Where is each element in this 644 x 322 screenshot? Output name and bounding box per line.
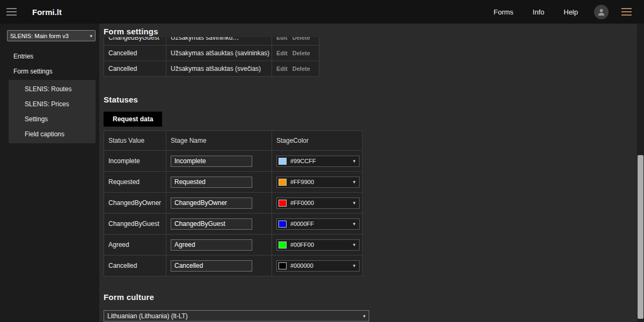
chevron-down-icon: ▾	[90, 33, 92, 39]
sidebar: SLENIS: Main form v3 ▾ Entries Form sett…	[0, 24, 99, 322]
form-culture-select[interactable]: Lithuanian (Lithuania) (lt-LT) ▾	[104, 310, 369, 321]
edit-link[interactable]: Edit	[276, 50, 288, 56]
chevron-down-icon: ▾	[349, 179, 359, 185]
topbar: Formi.lt Forms Info Help	[0, 0, 644, 24]
form-culture-value: Lithuanian (Lithuania) (lt-LT)	[107, 312, 188, 320]
app-title[interactable]: Formi.lt	[32, 8, 62, 17]
statuses-table: Status Value Stage Name StageColor Incom…	[104, 130, 363, 276]
delete-link[interactable]: Delete	[292, 50, 310, 56]
description-cell: Užsakymas savininku…	[166, 37, 272, 45]
stage-color-select[interactable]: #99CCFF ▾	[276, 156, 360, 167]
color-hex-label: #FF9900	[290, 179, 314, 185]
form-select[interactable]: SLENIS: Main form v3 ▾	[7, 30, 96, 41]
stage-color-select[interactable]: #0000FF ▾	[276, 218, 360, 230]
app-window: Formi.lt Forms Info Help SLENIS: Main fo…	[0, 0, 644, 322]
description-cell: Užsakymas atšauktas (savininkas)	[166, 46, 272, 61]
delete-link[interactable]: Delete	[292, 37, 310, 41]
table-header-row: Status Value Stage Name StageColor	[104, 131, 362, 150]
table-row: ChangedByGuest #0000FF ▾	[104, 213, 362, 234]
status-cell: Cancelled	[104, 61, 166, 76]
main-content: Form settings ChangedByGuest Užsakymas s…	[99, 24, 644, 322]
stage-name-input[interactable]	[171, 197, 252, 209]
status-value-label: ChangedByGuest	[104, 214, 166, 234]
sidebar-item-field-captions[interactable]: Field captions	[9, 127, 96, 142]
color-swatch	[279, 262, 287, 269]
secondary-menu-icon[interactable]	[621, 6, 634, 18]
actions-cell: Edit Delete	[272, 46, 319, 61]
sidebar-item-entries[interactable]: Entries	[0, 49, 99, 64]
status-value-label: Cancelled	[104, 255, 166, 276]
stage-name-input[interactable]	[171, 156, 252, 167]
actions-cell: Edit Delete	[272, 61, 319, 76]
stage-color-select[interactable]: #FF0000 ▾	[276, 197, 360, 209]
section-title-statuses: Statuses	[104, 95, 644, 104]
stage-name-input[interactable]	[171, 218, 252, 230]
table-row: Agreed #00FF00 ▾	[104, 234, 362, 255]
sidebar-item-form-settings[interactable]: Form settings	[0, 64, 99, 79]
chevron-down-icon: ▾	[349, 158, 359, 164]
sidebar-subpanel: SLENIS: Routes SLENIS: Prices Settings F…	[9, 80, 96, 143]
hamburger-menu-icon[interactable]	[6, 4, 19, 20]
color-hex-label: #FF0000	[290, 200, 314, 206]
description-cell: Užsakymas atšauktas (svečias)	[166, 61, 272, 76]
color-hex-label: #000000	[290, 262, 313, 269]
color-swatch	[279, 158, 287, 165]
chevron-down-icon: ▾	[349, 200, 359, 206]
top-navigation: Forms Info Help	[474, 8, 578, 16]
page-title-form-settings: Form settings	[104, 27, 644, 36]
chevron-down-icon: ▾	[349, 263, 359, 268]
color-hex-label: #0000FF	[290, 221, 314, 227]
table-row: Cancelled #000000 ▾	[104, 255, 362, 276]
person-icon	[597, 8, 606, 17]
chevron-down-icon: ▾	[363, 313, 365, 319]
sidebar-item-slenis-prices[interactable]: SLENIS: Prices	[9, 97, 96, 112]
column-header-status-value: Status Value	[104, 131, 166, 150]
stage-name-input[interactable]	[171, 260, 252, 272]
stage-name-input[interactable]	[171, 177, 252, 188]
form-settings-table-viewport: ChangedByGuest Užsakymas savininku… Edit…	[104, 37, 319, 79]
chevron-down-icon: ▾	[349, 242, 359, 247]
edit-link[interactable]: Edit	[276, 65, 288, 72]
table-row: ChangedByOwner #FF0000 ▾	[104, 192, 362, 213]
form-settings-table: ChangedByGuest Užsakymas savininku… Edit…	[104, 37, 319, 77]
sidebar-item-settings[interactable]: Settings	[9, 112, 96, 127]
stage-color-select[interactable]: #000000 ▾	[276, 260, 360, 272]
color-hex-label: #00FF00	[290, 241, 314, 248]
sidebar-item-slenis-routes[interactable]: SLENIS: Routes	[9, 82, 96, 97]
status-value-label: Requested	[104, 172, 166, 192]
stage-color-select[interactable]: #00FF00 ▾	[276, 239, 360, 251]
nav-help[interactable]: Help	[564, 8, 578, 16]
status-value-label: Agreed	[104, 235, 166, 255]
edit-link[interactable]: Edit	[276, 37, 288, 41]
nav-info[interactable]: Info	[533, 8, 545, 16]
nav-forms[interactable]: Forms	[494, 8, 514, 16]
form-select-value: SLENIS: Main form v3	[10, 33, 69, 39]
actions-cell: Edit Delete	[272, 37, 319, 45]
color-swatch	[279, 179, 287, 186]
table-row: Cancelled Užsakymas atšauktas (svečias) …	[104, 61, 319, 76]
column-header-stage-color: StageColor	[272, 131, 363, 150]
table-row: Requested #FF9900 ▾	[104, 171, 362, 192]
scrollbar-thumb[interactable]	[638, 155, 643, 319]
stage-name-input[interactable]	[171, 239, 252, 251]
table-row: Cancelled Užsakymas atšauktas (savininka…	[104, 45, 319, 61]
user-avatar-icon[interactable]	[594, 5, 609, 19]
status-value-label: ChangedByOwner	[104, 193, 166, 213]
color-hex-label: #99CCFF	[290, 158, 316, 164]
delete-link[interactable]: Delete	[292, 65, 310, 72]
color-swatch	[279, 241, 287, 248]
color-swatch	[279, 221, 287, 228]
column-header-stage-name: Stage Name	[166, 131, 272, 150]
status-value-label: Incomplete	[104, 151, 166, 171]
status-cell: ChangedByGuest	[104, 37, 166, 45]
status-cell: Cancelled	[104, 46, 166, 61]
stage-color-select[interactable]: #FF9900 ▾	[276, 177, 360, 188]
request-data-button[interactable]: Request data	[104, 112, 162, 127]
table-row: ChangedByGuest Užsakymas savininku… Edit…	[104, 37, 319, 45]
vertical-scrollbar[interactable]	[637, 24, 644, 322]
section-title-form-culture: Form culture	[104, 292, 644, 302]
table-row: Incomplete #99CCFF ▾	[104, 150, 362, 171]
chevron-down-icon: ▾	[349, 221, 359, 226]
color-swatch	[279, 200, 287, 207]
